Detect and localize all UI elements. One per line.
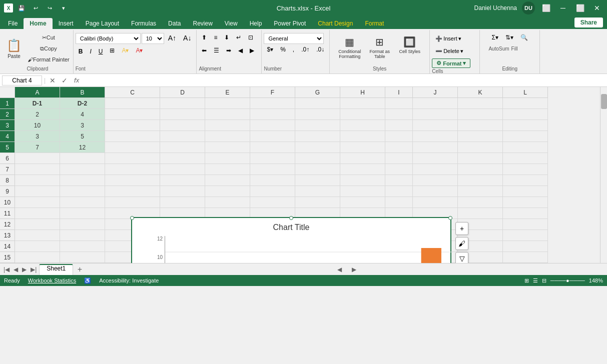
percent-btn[interactable]: %	[277, 45, 289, 56]
cell-B7[interactable]	[60, 164, 105, 175]
font-family-select[interactable]: Calibri (Body)	[76, 33, 141, 44]
tab-formulas[interactable]: Formulas	[125, 18, 162, 29]
col-header-L[interactable]: L	[503, 87, 548, 98]
align-left-btn[interactable]: ⬅	[199, 46, 210, 57]
tab-page-layout[interactable]: Page Layout	[80, 18, 125, 29]
redo-qat-btn[interactable]: ↪	[44, 2, 55, 14]
ribbon-display-btn[interactable]: ⬜	[540, 2, 552, 14]
user-avatar[interactable]: DU	[522, 2, 535, 14]
col-header-F[interactable]: F	[250, 87, 295, 98]
cell-I4[interactable]	[385, 131, 413, 142]
row-header-4[interactable]: 4	[0, 131, 15, 142]
chart-handle-tm[interactable]	[289, 216, 293, 220]
cell-L6[interactable]	[503, 153, 548, 164]
border-button[interactable]: ⊞	[107, 46, 118, 57]
col-header-K[interactable]: K	[458, 87, 503, 98]
cell-I5[interactable]	[385, 142, 413, 153]
format-cell-button[interactable]: ⚙ Format▾	[432, 58, 470, 68]
formula-input[interactable]	[84, 77, 605, 84]
cell-C2[interactable]	[105, 109, 160, 120]
align-top-btn[interactable]: ⬆	[199, 33, 210, 44]
cell-F5[interactable]	[250, 142, 295, 153]
cell-J2[interactable]	[413, 109, 458, 120]
tab-review[interactable]: Review	[187, 18, 218, 29]
cell-A10[interactable]	[15, 197, 60, 208]
cell-K9[interactable]	[458, 186, 503, 197]
cell-L13[interactable]	[503, 230, 548, 241]
cell-K5[interactable]	[458, 142, 503, 153]
view-break-btn[interactable]: ⊟	[542, 278, 546, 284]
cell-F6[interactable]	[250, 153, 295, 164]
cell-L10[interactable]	[503, 197, 548, 208]
cell-D9[interactable]	[160, 186, 205, 197]
cell-J1[interactable]	[413, 98, 458, 109]
cell-D2[interactable]	[160, 109, 205, 120]
cell-L12[interactable]	[503, 219, 548, 230]
align-middle-btn[interactable]: ≡	[211, 33, 220, 44]
bold-button[interactable]: B	[76, 46, 86, 57]
workbook-statistics-btn[interactable]: Workbook Statistics	[28, 278, 76, 284]
tab-insert[interactable]: Insert	[53, 18, 80, 29]
share-button[interactable]: Share	[574, 18, 603, 28]
cell-A4[interactable]: 3	[15, 131, 60, 142]
cell-H8[interactable]	[340, 175, 385, 186]
cell-E4[interactable]	[205, 131, 250, 142]
col-header-E[interactable]: E	[205, 87, 250, 98]
cell-D6[interactable]	[160, 153, 205, 164]
row-header-15[interactable]: 15	[0, 252, 15, 263]
cell-I7[interactable]	[385, 164, 413, 175]
name-box[interactable]	[2, 76, 42, 86]
row-header-1[interactable]: 1	[0, 98, 15, 109]
italic-button[interactable]: I	[87, 46, 94, 57]
cell-K1[interactable]	[458, 98, 503, 109]
cell-E8[interactable]	[205, 175, 250, 186]
cell-G8[interactable]	[295, 175, 340, 186]
row-header-3[interactable]: 3	[0, 120, 15, 131]
sheet-scroll-left-btn[interactable]: |◀	[2, 266, 11, 273]
cell-H9[interactable]	[340, 186, 385, 197]
cell-G7[interactable]	[295, 164, 340, 175]
row-header-2[interactable]: 2	[0, 109, 15, 120]
cell-F7[interactable]	[250, 164, 295, 175]
cell-B8[interactable]	[60, 175, 105, 186]
row-header-11[interactable]: 11	[0, 208, 15, 219]
cell-A11[interactable]	[15, 208, 60, 219]
cell-A14[interactable]	[15, 241, 60, 252]
cell-A8[interactable]	[15, 175, 60, 186]
underline-button[interactable]: U	[96, 46, 106, 57]
font-size-select[interactable]: 10	[142, 33, 164, 44]
decrease-decimal-btn[interactable]: .0↓	[313, 45, 327, 56]
cell-E6[interactable]	[205, 153, 250, 164]
row-header-14[interactable]: 14	[0, 241, 15, 252]
cell-A13[interactable]	[15, 230, 60, 241]
more-qat-btn[interactable]: ▾	[58, 2, 69, 14]
view-layout-btn[interactable]: ☰	[533, 278, 538, 284]
cell-E3[interactable]	[205, 120, 250, 131]
vertical-scrollbar[interactable]	[600, 87, 607, 263]
cell-A6[interactable]	[15, 153, 60, 164]
cell-J7[interactable]	[413, 164, 458, 175]
cell-E7[interactable]	[205, 164, 250, 175]
decrease-font-btn[interactable]: A↓	[180, 33, 194, 44]
cell-I2[interactable]	[385, 109, 413, 120]
autosum-button[interactable]: Σ▾	[488, 33, 501, 44]
align-bottom-btn[interactable]: ⬇	[221, 33, 232, 44]
cell-F1[interactable]	[250, 98, 295, 109]
cell-B14[interactable]	[60, 241, 105, 252]
minimize-btn[interactable]: ─	[557, 2, 569, 14]
cell-G9[interactable]	[295, 186, 340, 197]
cell-A5[interactable]: 7	[15, 142, 60, 153]
sheet-scroll-right-btn[interactable]: ▶|	[29, 266, 38, 273]
accessibility-text[interactable]: Accessibility: Investigate	[99, 278, 159, 284]
cell-G5[interactable]	[295, 142, 340, 153]
format-painter-button[interactable]: 🖌 Format Painter	[26, 54, 71, 64]
cell-L15[interactable]	[503, 252, 548, 263]
cell-J8[interactable]	[413, 175, 458, 186]
cancel-formula-btn[interactable]: ✕	[48, 76, 58, 86]
chart-handle-tr[interactable]	[448, 216, 452, 220]
cell-K8[interactable]	[458, 175, 503, 186]
cell-H2[interactable]	[340, 109, 385, 120]
cell-K7[interactable]	[458, 164, 503, 175]
cell-B6[interactable]	[60, 153, 105, 164]
cell-C8[interactable]	[105, 175, 160, 186]
